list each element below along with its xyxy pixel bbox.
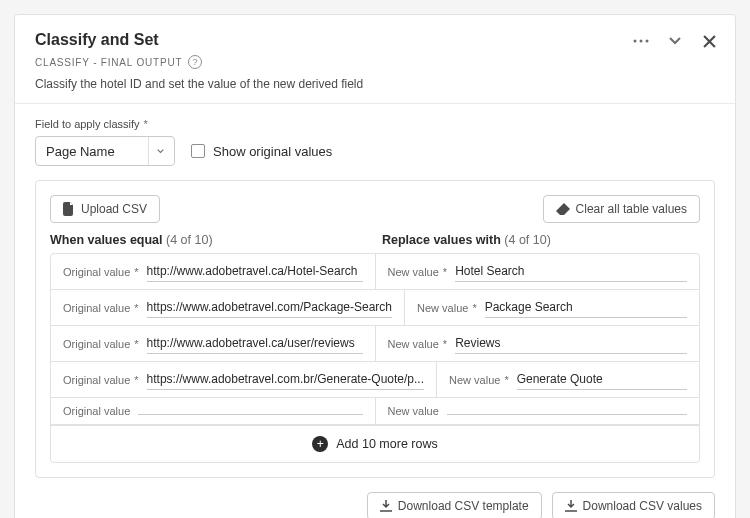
table-rows: Original value *http://www.adobetravel.c…: [50, 253, 700, 463]
header-actions: [631, 31, 719, 51]
new-value-label: New value *: [388, 338, 448, 350]
original-value-input[interactable]: [138, 408, 362, 415]
original-value-cell: Original value: [51, 398, 376, 424]
classify-table: Upload CSV Clear all table values When v…: [35, 180, 715, 478]
download-icon: [380, 500, 392, 512]
svg-point-1: [640, 40, 643, 43]
original-value-cell: Original value *http://www.adobetravel.c…: [51, 254, 376, 289]
required-asterisk: *: [134, 338, 138, 350]
classify-panel: Classify and Set CLASSIFY - FINAL OUTPUT…: [14, 14, 736, 518]
original-value-input[interactable]: https://www.adobetravel.com.br/Generate-…: [147, 369, 424, 390]
svg-point-2: [646, 40, 649, 43]
new-value-label: New value *: [388, 266, 448, 278]
original-value-label: Original value: [63, 405, 130, 417]
new-value-label: New value *: [449, 374, 509, 386]
panel-header: Classify and Set CLASSIFY - FINAL OUTPUT…: [15, 15, 735, 103]
upload-csv-button[interactable]: Upload CSV: [50, 195, 160, 223]
left-header-count: (4 of 10): [166, 233, 213, 247]
field-select[interactable]: Page Name: [35, 136, 175, 166]
table-row: Original value *https://www.adobetravel.…: [51, 290, 699, 326]
table-toolbar: Upload CSV Clear all table values: [50, 195, 700, 223]
column-headers: When values equal (4 of 10) Replace valu…: [50, 233, 700, 247]
panel-description: Classify the hotel ID and set the value …: [35, 77, 715, 91]
download-icon: [565, 500, 577, 512]
required-asterisk: *: [472, 302, 476, 314]
download-values-button[interactable]: Download CSV values: [552, 492, 715, 518]
new-value-cell: New value *Hotel Search: [376, 254, 700, 289]
original-value-label: Original value *: [63, 302, 139, 314]
close-icon[interactable]: [699, 31, 719, 51]
table-row: Original value *http://www.adobetravel.c…: [51, 254, 699, 290]
chevron-down-icon: [148, 137, 164, 165]
field-select-value: Page Name: [46, 144, 115, 159]
file-icon: [63, 202, 75, 216]
download-template-button[interactable]: Download CSV template: [367, 492, 542, 518]
new-value-input[interactable]: Generate Quote: [517, 369, 687, 390]
add-rows-button[interactable]: + Add 10 more rows: [51, 425, 699, 462]
panel-title: Classify and Set: [35, 31, 715, 49]
field-label-text: Field to apply classify: [35, 118, 140, 130]
help-icon[interactable]: ?: [188, 55, 202, 69]
left-header-text: When values equal: [50, 233, 163, 247]
panel-subtitle: CLASSIFY - FINAL OUTPUT: [35, 57, 182, 68]
new-value-input[interactable]: Package Search: [485, 297, 687, 318]
original-value-input[interactable]: https://www.adobetravel.com/Package-Sear…: [147, 297, 392, 318]
original-value-input[interactable]: http://www.adobetravel.ca/Hotel-Search: [147, 261, 363, 282]
svg-point-0: [634, 40, 637, 43]
new-value-input[interactable]: [447, 408, 687, 415]
right-column-header: Replace values with (4 of 10): [382, 233, 700, 247]
right-header-count: (4 of 10): [504, 233, 551, 247]
panel-body: Field to apply classify* Page Name Show …: [15, 104, 735, 518]
download-values-label: Download CSV values: [583, 499, 702, 513]
table-row: Original value *https://www.adobetravel.…: [51, 362, 699, 398]
required-asterisk: *: [504, 374, 508, 386]
original-value-label: Original value *: [63, 338, 139, 350]
original-value-input[interactable]: http://www.adobetravel.ca/user/reviews: [147, 333, 363, 354]
left-column-header: When values equal (4 of 10): [50, 233, 368, 247]
new-value-label: New value *: [417, 302, 477, 314]
clear-table-label: Clear all table values: [576, 202, 687, 216]
required-asterisk: *: [134, 302, 138, 314]
table-row: Original value *http://www.adobetravel.c…: [51, 326, 699, 362]
footer-actions: Download CSV template Download CSV value…: [35, 492, 715, 518]
field-row: Page Name Show original values: [35, 136, 715, 166]
original-value-label: Original value *: [63, 374, 139, 386]
add-rows-label: Add 10 more rows: [336, 437, 437, 451]
new-value-cell: New value *Reviews: [376, 326, 700, 361]
checkbox-icon: [191, 144, 205, 158]
new-value-cell: New value: [376, 398, 700, 424]
new-value-label: New value: [388, 405, 439, 417]
show-original-label: Show original values: [213, 144, 332, 159]
original-value-cell: Original value *https://www.adobetravel.…: [51, 362, 437, 397]
more-icon[interactable]: [631, 31, 651, 51]
new-value-cell: New value *Package Search: [405, 290, 699, 325]
required-asterisk: *: [144, 118, 148, 130]
required-asterisk: *: [134, 374, 138, 386]
upload-csv-label: Upload CSV: [81, 202, 147, 216]
chevron-down-icon[interactable]: [665, 31, 685, 51]
new-value-cell: New value *Generate Quote: [437, 362, 699, 397]
required-asterisk: *: [134, 266, 138, 278]
new-value-input[interactable]: Hotel Search: [455, 261, 687, 282]
new-value-input[interactable]: Reviews: [455, 333, 687, 354]
show-original-checkbox[interactable]: Show original values: [191, 144, 332, 159]
original-value-cell: Original value *http://www.adobetravel.c…: [51, 326, 376, 361]
original-value-cell: Original value *https://www.adobetravel.…: [51, 290, 405, 325]
clear-table-button[interactable]: Clear all table values: [543, 195, 700, 223]
plus-icon: +: [312, 436, 328, 452]
original-value-label: Original value *: [63, 266, 139, 278]
right-header-text: Replace values with: [382, 233, 501, 247]
download-template-label: Download CSV template: [398, 499, 529, 513]
field-label: Field to apply classify*: [35, 118, 715, 130]
panel-subtitle-row: CLASSIFY - FINAL OUTPUT ?: [35, 55, 715, 69]
required-asterisk: *: [443, 266, 447, 278]
eraser-icon: [556, 203, 570, 215]
table-row: Original value New value: [51, 398, 699, 425]
required-asterisk: *: [443, 338, 447, 350]
